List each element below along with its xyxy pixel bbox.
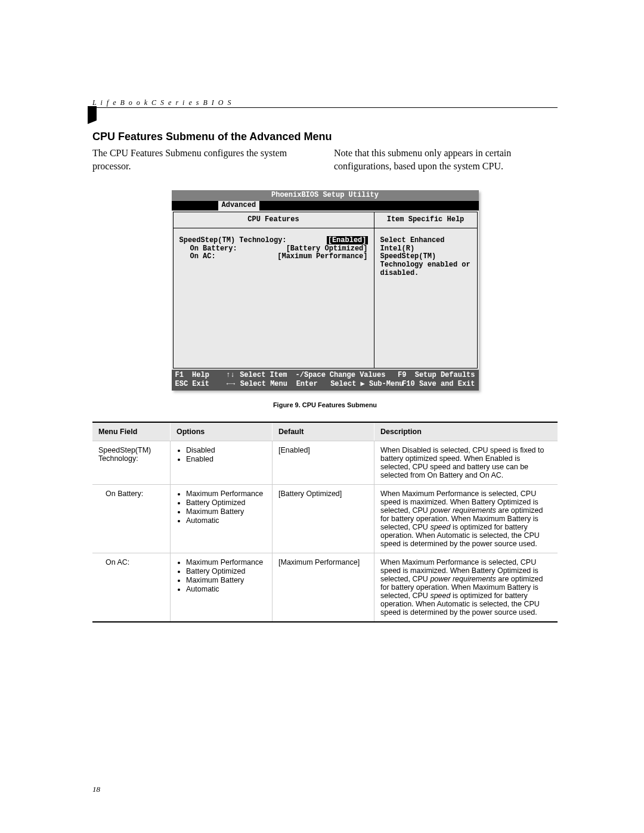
option-item: Maximum Performance (186, 558, 266, 566)
key-hint-label: Select Menu (240, 380, 296, 389)
key-hint-label: Select Item (240, 371, 295, 380)
bios-setting-label: On AC: (179, 253, 278, 261)
table-row: SpeedStep(TM) Technology:DisabledEnabled… (92, 441, 558, 484)
bios-setting-row: On AC:[Maximum Performance] (179, 253, 368, 261)
tab-advanced: Advanced (218, 201, 260, 210)
key-hint-key: ESC (175, 380, 193, 389)
bios-key-legend: F1Help↑↓Select Item-/SpaceChange ValuesF… (172, 370, 479, 391)
intro-text: The CPU Features Submenu configures the … (92, 147, 558, 172)
option-item: Maximum Battery (186, 507, 266, 516)
bios-setting-row: On Battery:[Battery Optimized] (179, 245, 368, 253)
options-table: Menu FieldOptionsDefaultDescription Spee… (92, 422, 558, 623)
option-item: Maximum Battery (186, 576, 266, 584)
bios-help-title: Item Specific Help (374, 212, 477, 228)
option-item: Enabled (186, 455, 266, 463)
bios-left-title: CPU Features (174, 212, 374, 228)
cell-menu-field: On Battery: (92, 484, 171, 553)
section-marker-icon (88, 106, 97, 120)
key-hint-key: ↑↓ (226, 371, 240, 380)
key-hint-key: F10 (402, 380, 419, 389)
bios-title: PhoenixBIOS Setup Utility (172, 190, 479, 201)
option-item: Automatic (186, 516, 266, 525)
key-hint-label: Select ▶ Sub-Menu (330, 380, 402, 389)
option-item: Automatic (186, 585, 266, 593)
table-header: Default (273, 422, 374, 441)
cell-description: When Disabled is selected, CPU speed is … (374, 441, 558, 484)
key-hint-label: Change Values (330, 371, 398, 380)
bios-setting-row: SpeedStep(TM) Technology:[Enabled] (179, 237, 368, 245)
bios-settings-panel: SpeedStep(TM) Technology:[Enabled]On Bat… (174, 228, 374, 368)
running-header: L i f e B o o k C S e r i e s B I O S (92, 98, 232, 107)
option-item: Battery Optimized (186, 498, 266, 507)
cell-description: When Maximum Performance is selected, CP… (374, 553, 558, 622)
cell-menu-field: SpeedStep(TM) Technology: (92, 441, 171, 484)
cell-default: [Battery Optimized] (273, 484, 374, 553)
key-hint-key: F1 (175, 371, 193, 380)
cell-options: Maximum PerformanceBattery OptimizedMaxi… (171, 553, 273, 622)
section-heading: CPU Features Submenu of the Advanced Men… (92, 131, 558, 143)
bios-setting-value: [Maximum Performance] (277, 253, 367, 261)
cell-default: [Enabled] (273, 441, 374, 484)
bios-setting-value: [Enabled] (327, 237, 368, 245)
cell-default: [Maximum Performance] (273, 553, 374, 622)
bios-screenshot: PhoenixBIOS Setup Utility Advanced CPU F… (172, 190, 479, 391)
table-header: Menu Field (92, 422, 171, 441)
figure-caption: Figure 9. CPU Features Submenu (92, 401, 558, 408)
table-header: Options (171, 422, 273, 441)
option-item: Maximum Performance (186, 490, 266, 498)
bios-setting-label: SpeedStep(TM) Technology: (179, 237, 327, 245)
key-hint-key: Enter (296, 380, 330, 389)
key-hint-key: F9 (398, 371, 415, 380)
cell-options: Maximum PerformanceBattery OptimizedMaxi… (171, 484, 273, 553)
bios-setting-value: [Battery Optimized] (286, 245, 368, 253)
intro-left: The CPU Features Submenu configures the … (92, 147, 316, 172)
bios-tab-bar: Advanced (172, 201, 479, 210)
cell-menu-field: On AC: (92, 553, 171, 622)
table-row: On AC:Maximum PerformanceBattery Optimiz… (92, 553, 558, 622)
option-item: Disabled (186, 446, 266, 454)
key-hint-key: -/Space (296, 371, 330, 380)
key-hint-key: ←→ (227, 380, 240, 389)
table-header: Description (374, 422, 558, 441)
intro-right: Note that this submenu only appears in c… (334, 147, 558, 172)
cell-description: When Maximum Performance is selected, CP… (374, 484, 558, 553)
key-hint-label: Exit (192, 380, 226, 389)
bios-setting-label: On Battery: (179, 245, 286, 253)
bios-help-text: Select Enhanced Intel(R) SpeedStep(TM) T… (374, 228, 477, 368)
table-row: On Battery:Maximum PerformanceBattery Op… (92, 484, 558, 553)
key-hint-label: Save and Exit (419, 380, 475, 389)
key-hint-label: Help (192, 371, 226, 380)
key-hint-label: Setup Defaults (415, 371, 475, 380)
cell-options: DisabledEnabled (171, 441, 273, 484)
page-number: 18 (92, 785, 100, 794)
option-item: Battery Optimized (186, 567, 266, 575)
